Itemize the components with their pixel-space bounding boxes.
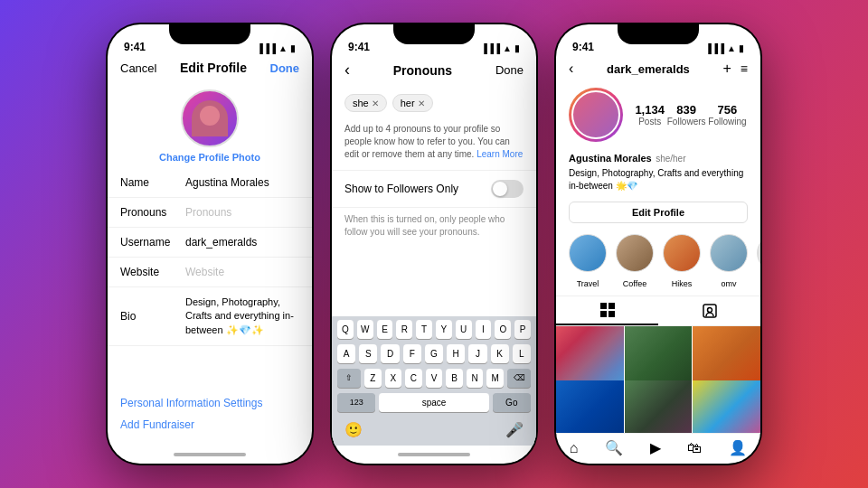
space-key[interactable]: space — [379, 393, 488, 412]
name-label: Name — [120, 176, 176, 189]
add-fundraiser-link[interactable]: Add Fundraiser — [120, 418, 299, 431]
key-z[interactable]: Z — [364, 369, 382, 388]
status-time: 9:41 — [572, 41, 594, 53]
remove-she-button[interactable]: ✕ — [372, 99, 379, 108]
mic-key[interactable]: 🎤 — [505, 421, 524, 438]
search-icon[interactable]: 🔍 — [605, 439, 623, 456]
posts-stat: 1,134 Posts — [635, 103, 665, 127]
personal-info-link[interactable]: Personal Information Settings — [120, 397, 299, 409]
username-input[interactable]: dark_emeralds — [185, 236, 299, 249]
edit-profile-button[interactable]: Edit Profile — [569, 202, 748, 223]
key-t[interactable]: T — [416, 320, 432, 339]
remove-her-button[interactable]: ✕ — [418, 99, 425, 108]
followers-stat[interactable]: 839 Followers — [667, 103, 706, 127]
highlight-hikes[interactable]: Hikes — [663, 234, 701, 290]
pronoun-tag-her[interactable]: her ✕ — [392, 94, 433, 112]
back-button[interactable]: ‹ — [344, 61, 350, 80]
signal-icon: ▐▐▐ — [481, 43, 500, 53]
key-r[interactable]: R — [396, 320, 412, 339]
grid-photo-5[interactable] — [625, 380, 693, 434]
avatar[interactable] — [181, 89, 239, 147]
keyboard-row-2: A S D F G H J K L — [332, 341, 536, 365]
website-label: Website — [120, 266, 176, 278]
pronoun-tag-she[interactable]: she ✕ — [344, 94, 387, 112]
tabs-row — [556, 296, 760, 326]
key-g[interactable]: G — [425, 344, 443, 363]
key-l[interactable]: L — [513, 344, 531, 363]
battery-icon: ▮ — [290, 43, 296, 53]
status-time: 9:41 — [348, 41, 370, 53]
home-bar — [398, 453, 470, 456]
pronouns-input[interactable]: Pronouns — [185, 206, 299, 219]
add-button[interactable]: + — [722, 61, 731, 77]
grid-photo-4[interactable] — [556, 380, 624, 434]
go-key[interactable]: Go — [493, 393, 531, 412]
tagged-tab[interactable] — [658, 296, 760, 325]
highlight-circle-omv — [710, 234, 748, 272]
username-row: Username dark_emeralds — [108, 228, 312, 258]
signal-icon: ▐▐▐ — [257, 43, 276, 53]
key-a[interactable]: A — [337, 344, 355, 363]
shop-icon[interactable]: 🛍 — [687, 440, 702, 456]
key-f[interactable]: F — [403, 344, 421, 363]
learn-more-link[interactable]: Learn More — [476, 149, 523, 159]
phone-pronouns: 9:41 ▐▐▐ ▲ ▮ ‹ Pronouns Done she ✕ her ✕… — [330, 23, 538, 465]
key-i[interactable]: I — [476, 320, 492, 339]
key-y[interactable]: Y — [436, 320, 452, 339]
key-u[interactable]: U — [456, 320, 472, 339]
highlight-more[interactable]: C — [757, 234, 760, 290]
numbers-key[interactable]: 123 — [337, 393, 375, 412]
key-x[interactable]: X — [385, 369, 402, 388]
keyboard: Q W E R T Y U I O P A S D F G H J K L — [332, 316, 536, 446]
cancel-button[interactable]: Cancel — [120, 61, 156, 75]
key-m[interactable]: M — [486, 369, 504, 388]
svg-rect-2 — [600, 311, 607, 317]
user-pronouns: she/her — [656, 154, 685, 164]
done-button[interactable]: Done — [495, 63, 524, 77]
key-w[interactable]: W — [357, 320, 373, 339]
website-input[interactable]: Website — [185, 266, 299, 278]
followers-only-toggle[interactable] — [491, 180, 524, 198]
delete-key[interactable]: ⌫ — [507, 369, 531, 388]
bio-input[interactable]: Design, Photography, Crafts and everythi… — [185, 296, 299, 337]
key-e[interactable]: E — [377, 320, 393, 339]
reels-icon[interactable]: ▶ — [650, 439, 661, 456]
svg-rect-1 — [609, 303, 615, 309]
key-s[interactable]: S — [359, 344, 377, 363]
key-c[interactable]: C — [405, 369, 422, 388]
bio-row: Bio Design, Photography, Crafts and ever… — [108, 287, 312, 346]
profile-icon[interactable]: 👤 — [729, 439, 747, 456]
key-b[interactable]: B — [446, 369, 463, 388]
following-stat[interactable]: 756 Following — [708, 103, 746, 127]
shift-key[interactable]: ⇧ — [337, 369, 361, 388]
key-v[interactable]: V — [426, 369, 443, 388]
grid-photo-6[interactable] — [693, 380, 760, 434]
following-count: 756 — [708, 103, 746, 117]
highlight-travel[interactable]: Travel — [569, 234, 607, 290]
highlight-omv[interactable]: omv — [710, 234, 748, 290]
avatar-ring[interactable] — [569, 88, 623, 142]
key-q[interactable]: Q — [337, 320, 354, 339]
svg-rect-3 — [609, 311, 615, 317]
highlight-circle-hikes — [663, 234, 701, 272]
key-o[interactable]: O — [495, 320, 511, 339]
key-p[interactable]: P — [514, 320, 531, 339]
done-button[interactable]: Done — [270, 61, 300, 75]
photo-grid — [556, 326, 760, 433]
home-icon[interactable]: ⌂ — [570, 440, 579, 456]
menu-button[interactable]: ≡ — [741, 61, 748, 76]
followers-only-toggle-row: Show to Followers Only — [332, 170, 536, 208]
name-input[interactable]: Agustina Morales — [185, 176, 299, 189]
key-n[interactable]: N — [467, 369, 484, 388]
highlight-coffee[interactable]: Coffee — [616, 234, 654, 290]
emoji-key[interactable]: 🙂 — [344, 421, 363, 438]
svg-point-5 — [707, 308, 712, 313]
grid-tab[interactable] — [556, 296, 658, 325]
key-j[interactable]: J — [468, 344, 486, 363]
key-h[interactable]: H — [447, 344, 465, 363]
key-k[interactable]: K — [491, 344, 509, 363]
change-photo-button[interactable]: Change Profile Photo — [159, 152, 260, 163]
key-d[interactable]: D — [381, 344, 399, 363]
status-icons: ▐▐▐ ▲ ▮ — [705, 43, 744, 53]
pronoun-she-text: she — [353, 98, 369, 108]
